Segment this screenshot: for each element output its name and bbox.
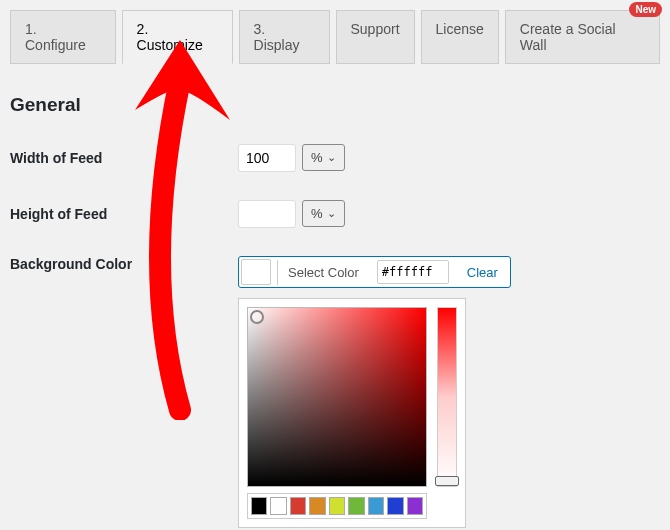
section-general-heading: General bbox=[10, 94, 660, 116]
tab-license[interactable]: License bbox=[421, 10, 499, 64]
hue-thumb[interactable] bbox=[435, 476, 459, 486]
palette-swatch[interactable] bbox=[251, 497, 267, 515]
palette-row bbox=[247, 493, 427, 519]
width-input[interactable] bbox=[238, 144, 296, 172]
chevron-down-icon: ⌄ bbox=[327, 151, 336, 164]
row-bgcolor: Background Color Select Color Clear bbox=[10, 256, 660, 528]
width-unit-select[interactable]: % ⌄ bbox=[302, 144, 345, 171]
height-unit-select[interactable]: % ⌄ bbox=[302, 200, 345, 227]
tab-support[interactable]: Support bbox=[336, 10, 415, 64]
palette-swatch[interactable] bbox=[368, 497, 384, 515]
hue-slider[interactable] bbox=[437, 307, 457, 487]
content-area: General Width of Feed % ⌄ Height of Feed… bbox=[0, 64, 670, 530]
tab-social-wall[interactable]: Create a Social Wall bbox=[505, 10, 660, 64]
color-picker-panel bbox=[238, 298, 466, 528]
bgcolor-label: Background Color bbox=[10, 256, 238, 272]
tab-bar: 1. Configure 2. Customize 3. Display Sup… bbox=[0, 0, 670, 64]
palette-swatch[interactable] bbox=[329, 497, 345, 515]
tab-customize[interactable]: 2. Customize bbox=[122, 10, 233, 64]
chevron-down-icon: ⌄ bbox=[327, 207, 336, 220]
width-unit-label: % bbox=[311, 150, 323, 165]
row-width: Width of Feed % ⌄ bbox=[10, 144, 660, 172]
select-color-button[interactable]: Select Color bbox=[277, 260, 369, 285]
row-height: Height of Feed % ⌄ bbox=[10, 200, 660, 228]
palette-swatch[interactable] bbox=[407, 497, 423, 515]
tab-display[interactable]: 3. Display bbox=[239, 10, 330, 64]
clear-button[interactable]: Clear bbox=[457, 260, 508, 285]
height-label: Height of Feed bbox=[10, 206, 238, 222]
tab-configure[interactable]: 1. Configure bbox=[10, 10, 116, 64]
height-unit-label: % bbox=[311, 206, 323, 221]
palette-swatch[interactable] bbox=[270, 497, 286, 515]
hex-input[interactable] bbox=[377, 260, 449, 284]
palette-swatch[interactable] bbox=[348, 497, 364, 515]
height-input[interactable] bbox=[238, 200, 296, 228]
saturation-lightness-area[interactable] bbox=[247, 307, 427, 487]
new-badge: New bbox=[629, 2, 662, 17]
current-color-swatch[interactable] bbox=[241, 259, 271, 285]
color-picker-controls: Select Color Clear bbox=[238, 256, 511, 288]
palette-swatch[interactable] bbox=[387, 497, 403, 515]
palette-swatch[interactable] bbox=[290, 497, 306, 515]
width-label: Width of Feed bbox=[10, 150, 238, 166]
palette-swatch[interactable] bbox=[309, 497, 325, 515]
picker-cursor-icon bbox=[250, 310, 264, 324]
